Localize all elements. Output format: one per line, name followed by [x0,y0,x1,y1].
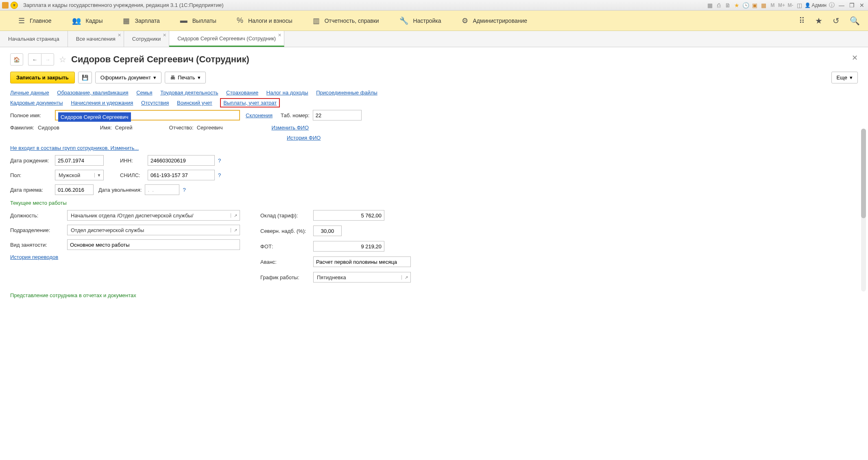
percent-icon: % [237,16,243,25]
calculator-icon[interactable]: ▣ [751,2,758,9]
minimize-button[interactable]: — [837,2,846,9]
link-declensions[interactable]: Склонения [246,112,273,118]
fullname-input[interactable]: Сидоров Сергей Сергеевич [55,110,240,120]
titlebar: ▼ Зарплата и кадры государственного учре… [0,0,868,11]
print-button[interactable]: 🖶 Печать ▾ [165,72,206,83]
advance-input[interactable] [313,256,411,267]
link-attached-files[interactable]: Присоединенные файлы [316,90,377,96]
link-groups[interactable]: Не входит в составы групп сотрудников. И… [10,145,139,151]
tab-close-icon[interactable]: ✕ [163,33,166,38]
calendar-icon[interactable]: ▦ [760,2,767,9]
department-input[interactable]: Отдел диспетчерской службы ↗ [67,225,240,235]
link-absences[interactable]: Отсутствия [141,100,169,106]
close-page-icon[interactable]: ✕ [852,53,858,62]
salary-row: Оклад (тариф): [260,210,858,221]
panel-icon[interactable]: ◫ [796,2,803,9]
tab-close-icon[interactable]: ✕ [118,33,121,38]
save-close-button[interactable]: Записать и закрыть [10,72,75,83]
tabnum-input[interactable] [313,110,362,120]
m-plus-icon[interactable]: M+ [778,2,785,9]
department-row: Подразделение: Отдел диспетчерской служб… [10,225,248,235]
position-input[interactable]: Начальник отдела /Отдел диспетчерской сл… [67,210,240,221]
m-minus-icon[interactable]: M- [787,2,794,9]
salary-input[interactable] [313,210,384,221]
titlebar-dropdown[interactable]: ▼ [11,2,18,9]
m-icon[interactable]: M [769,2,776,9]
help-icon[interactable]: ? [218,172,221,178]
tab-employee-card[interactable]: Сидоров Сергей Сергеевич (Сотрудник) ✕ [169,31,284,47]
chevron-down-icon: ▾ [153,74,156,81]
history-nav-icon[interactable]: ↺ [833,16,840,26]
user-label[interactable]: 👤 Админ [805,2,827,8]
maximize-button[interactable]: ❐ [848,2,856,9]
tab-accruals[interactable]: Все начисления ✕ [68,31,124,47]
schedule-input[interactable]: Пятидневка ↗ [313,272,411,283]
menu-main[interactable]: ☰ Главное [8,16,62,25]
link-history-fio[interactable]: История ФИО [287,135,321,141]
menu-admin[interactable]: ⚙ Администрирование [451,16,538,25]
home-button[interactable]: 🏠 [10,53,23,66]
nav-buttons: ← → [28,53,54,66]
gender-select[interactable]: Мужской ▼ [55,170,104,180]
link-accruals[interactable]: Начисления и удержания [71,100,133,106]
info-icon[interactable]: ⓘ [828,2,835,9]
workplace-header: Текущее место работы [10,200,858,206]
open-icon: ↗ [231,228,240,232]
link-work-activity[interactable]: Трудовая деятельность [160,90,218,96]
birthdate-input[interactable] [55,155,104,166]
snils-input[interactable] [148,170,215,180]
hire-date-label: Дата приема: [10,187,55,193]
employment-input[interactable] [67,239,240,250]
link-military[interactable]: Воинский учет [177,100,212,106]
scrollbar-vertical[interactable] [861,129,866,291]
north-input[interactable] [313,226,342,236]
apps-icon[interactable]: ⠿ [799,16,805,26]
favorite-icon[interactable]: ★ [733,2,740,9]
help-icon[interactable]: ? [218,158,221,164]
links-row-1: Личные данные Образование, квалификация … [10,90,858,96]
hire-date-input[interactable] [55,184,94,195]
content-header: 🏠 ← → ☆ Сидоров Сергей Сергеевич (Сотруд… [10,53,858,66]
save-button[interactable]: 💾 [78,72,92,83]
menu-settings[interactable]: 🔧 Настройка [389,16,451,25]
tab-close-icon[interactable]: ✕ [278,33,281,38]
menu-taxes[interactable]: % Налоги и взносы [227,16,303,25]
link-family[interactable]: Семья [136,90,152,96]
more-button[interactable]: Еще ▾ [831,72,858,83]
tab-employees[interactable]: Сотрудники ✕ [124,31,169,47]
menu-hr[interactable]: 👥 Кадры [62,16,113,25]
history-icon[interactable]: 🕓 [742,2,749,9]
toolbar-icon-3[interactable]: 🗎 [724,2,731,9]
menu-salary[interactable]: ▦ Зарплата [113,16,170,25]
back-button[interactable]: ← [28,53,41,66]
link-payments-costs[interactable]: Выплаты, учет затрат [220,98,280,107]
create-doc-button[interactable]: Оформить документ ▾ [95,72,161,83]
link-change-fio[interactable]: Изменить ФИО [271,125,309,131]
link-insurance[interactable]: Страхование [226,90,258,96]
groups-row: Не входит в составы групп сотрудников. И… [10,145,858,151]
toolbar-icon-1[interactable]: ▦ [706,2,713,9]
link-transfers[interactable]: История переводов [10,254,58,260]
inn-input[interactable] [148,155,215,166]
link-income-tax[interactable]: Налог на доходы [266,90,308,96]
favorite-page-icon[interactable]: ☆ [59,55,66,64]
close-window-button[interactable]: ✕ [858,2,866,9]
star-icon[interactable]: ★ [815,16,822,26]
scrollbar-thumb[interactable] [861,129,866,218]
search-icon[interactable]: 🔍 [850,16,860,26]
link-personal[interactable]: Личные данные [10,90,49,96]
tab-home[interactable]: Начальная страница [0,31,68,47]
fire-date-input[interactable] [145,184,179,195]
toolbar-icon-2[interactable]: ⎙ [715,2,722,9]
chevron-down-icon: ▼ [94,173,103,177]
link-education[interactable]: Образование, квалификация [57,90,128,96]
forward-button[interactable]: → [41,53,54,66]
link-hr-docs[interactable]: Кадровые документы [10,100,63,106]
menu-reports[interactable]: ▥ Отчетность, справки [303,16,389,25]
mainmenu-right: ⠿ ★ ↺ 🔍 [799,16,860,26]
schedule-row: График работы: Пятидневка ↗ [260,272,858,283]
fot-input[interactable] [313,241,384,252]
schedule-label: График работы: [260,274,313,280]
help-icon[interactable]: ? [183,187,185,193]
menu-payments[interactable]: ▬ Выплаты [170,16,227,25]
